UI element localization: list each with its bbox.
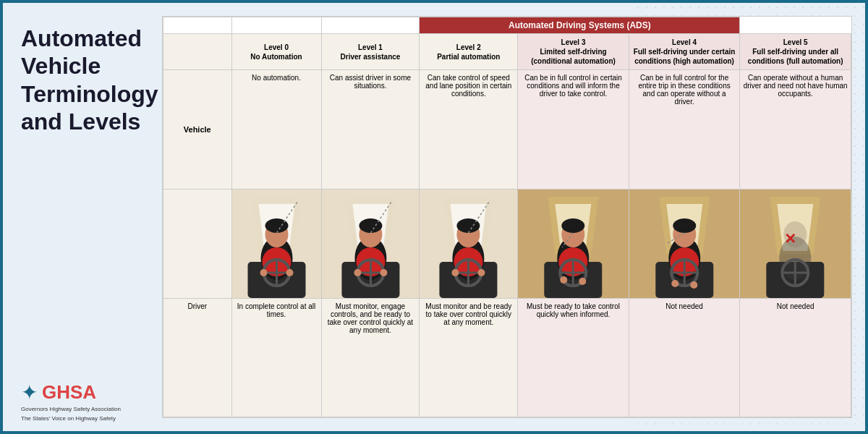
driver-level0: In complete control at all times.	[231, 298, 321, 417]
svg-point-67	[671, 280, 678, 287]
illustration-level4	[629, 190, 740, 298]
level4-title: Level 4	[672, 38, 697, 46]
level3-title: Level 3	[561, 38, 586, 46]
page-title: Automated Vehicle Terminology and Levels	[21, 25, 148, 136]
levels-table: Automated Driving Systems (ADS) Level 0 …	[163, 17, 851, 417]
driver-image-row: ✕	[163, 189, 851, 298]
level4-header: Level 4 Full self-driving under certain …	[629, 34, 740, 70]
illustration-level3	[518, 190, 629, 298]
driver-level5: Not needed	[740, 298, 851, 417]
driver-level3: Must be ready to take control quickly wh…	[518, 298, 629, 417]
svg-point-63	[673, 218, 696, 233]
driver-level2: Must monitor and be ready to take over c…	[420, 298, 518, 417]
ghsa-tagline: The States' Voice on Highway Safety	[21, 415, 116, 422]
level1-header: Level 1 Driver assistance	[321, 34, 420, 70]
level2-subtitle: Partial automation	[437, 53, 500, 61]
svg-point-52	[561, 276, 568, 284]
level5-title: Level 5	[783, 38, 808, 46]
logo-area: ✦ GHSA Governors Highway Safety Associat…	[21, 380, 148, 422]
driver-img-level2	[420, 189, 518, 298]
driver-img-level0	[231, 189, 321, 298]
level5-subtitle: Full self-driving under all conditions (…	[748, 48, 843, 65]
vehicle-level0: No automation.	[231, 70, 321, 190]
svg-point-68	[690, 281, 697, 289]
header-empty-2	[231, 17, 321, 34]
driver-img-level3	[518, 189, 629, 298]
level3-subtitle: Limited self-driving (conditional automa…	[531, 48, 616, 65]
header-empty-3	[321, 17, 420, 34]
vehicle-level3: Can be in full control in certain condit…	[518, 70, 629, 190]
svg-point-37	[452, 269, 459, 276]
illustration-level5: ✕	[740, 190, 851, 298]
svg-point-11	[286, 269, 293, 276]
vehicle-level5: Can operate without a human driver and n…	[740, 70, 851, 190]
illustration-level2	[420, 190, 517, 298]
level1-subtitle: Driver assistance	[341, 53, 401, 61]
svg-point-10	[260, 269, 267, 276]
ghsa-full-name: Governors Highway Safety Association	[21, 406, 121, 413]
level0-header: Level 0 No Automation	[231, 34, 321, 70]
svg-point-48	[562, 218, 585, 233]
vehicle-row-label: Vehicle	[163, 70, 232, 190]
level4-subtitle: Full self-driving under certain conditio…	[634, 48, 736, 65]
illustration-level1	[322, 190, 420, 298]
level0-subtitle: No Automation	[250, 53, 302, 61]
header-empty-1	[163, 17, 232, 34]
svg-point-38	[478, 269, 485, 276]
ghsa-logo: ✦ GHSA	[21, 380, 96, 404]
driver-img-level4	[629, 189, 740, 298]
level2-header: Level 2 Partial automation	[420, 34, 518, 70]
main-table-wrapper: Automated Driving Systems (ADS) Level 0 …	[162, 16, 852, 418]
ghsa-acronym: GHSA	[42, 381, 96, 404]
star-icon: ✦	[21, 380, 38, 404]
driver-image-label	[163, 189, 232, 298]
driver-level1: Must monitor, engage controls, and be re…	[321, 298, 420, 417]
svg-point-24	[380, 269, 387, 276]
level5-header: Level 5 Full self-driving under all cond…	[740, 34, 851, 70]
driver-img-level5: ✕	[740, 189, 851, 298]
ads-header-row: Automated Driving Systems (ADS)	[163, 17, 851, 34]
vehicle-info-row: Vehicle No automation. Can assist driver…	[163, 70, 851, 190]
level2-title: Level 2	[456, 43, 481, 51]
driver-info-row: Driver In complete control at all times.…	[163, 298, 851, 417]
vehicle-level2: Can take control of speed and lane posit…	[420, 70, 518, 190]
driver-level4: Not needed	[629, 298, 740, 417]
vehicle-level1: Can assist driver in some situations.	[321, 70, 420, 190]
level-header-empty	[163, 34, 232, 70]
illustration-level0	[232, 190, 321, 298]
level1-title: Level 1	[358, 43, 383, 51]
svg-text:✕: ✕	[785, 231, 797, 247]
driver-row-label: Driver	[163, 298, 232, 417]
driver-img-level1	[321, 189, 420, 298]
level3-header: Level 3 Limited self-driving (conditiona…	[518, 34, 629, 70]
vehicle-level4: Can be in full control for the entire tr…	[629, 70, 740, 190]
level-header-row: Level 0 No Automation Level 1 Driver ass…	[163, 34, 851, 70]
svg-point-23	[354, 269, 361, 276]
level0-title: Level 0	[264, 43, 289, 51]
ads-header-cell: Automated Driving Systems (ADS)	[420, 17, 740, 34]
left-panel: Automated Vehicle Terminology and Levels…	[3, 3, 162, 434]
svg-point-53	[579, 278, 587, 285]
